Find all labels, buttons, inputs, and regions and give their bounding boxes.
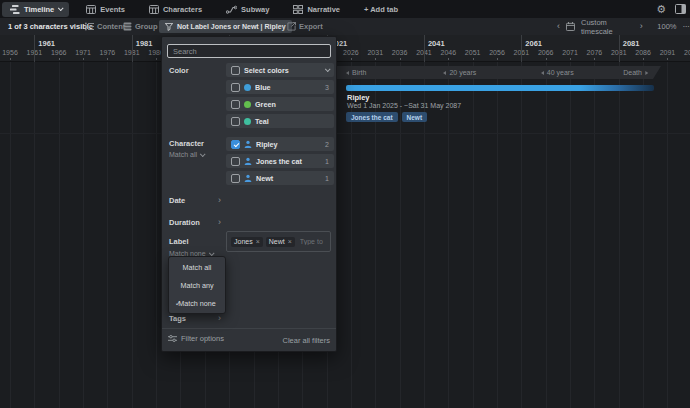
count-badge: 1	[325, 158, 329, 165]
export-button[interactable]: Export	[287, 22, 323, 31]
minor-year-label: 1976	[100, 49, 116, 56]
major-tick-line	[521, 35, 522, 62]
duration-section-row[interactable]: Duration ›	[169, 217, 221, 227]
minor-tick	[667, 58, 668, 60]
dropdown-item-match-none[interactable]: ✓Match none	[169, 295, 225, 313]
gridline	[10, 62, 11, 408]
gridline	[497, 62, 498, 408]
checkbox[interactable]	[231, 140, 240, 149]
checkbox[interactable]	[231, 83, 240, 92]
label-chip-jones[interactable]: Jones×	[231, 237, 263, 247]
minor-year-label: 2066	[538, 49, 554, 56]
minor-year-label: 2031	[367, 49, 383, 56]
gridline	[34, 62, 35, 408]
event-title: Ripley	[347, 93, 370, 102]
clear-all-filters-button[interactable]: Clear all filters	[282, 336, 330, 345]
sidebar-toggle-icon[interactable]	[675, 4, 686, 14]
table-icon	[149, 5, 159, 14]
dropdown-item-match-all[interactable]: Match all	[169, 259, 225, 277]
color-option-green[interactable]: Green	[226, 97, 334, 111]
filter-options-button[interactable]: Filter options	[168, 334, 224, 343]
minor-tick	[546, 58, 547, 60]
calendar-icon	[566, 22, 575, 31]
minor-tick	[594, 58, 595, 60]
color-option-teal[interactable]: Teal	[226, 114, 334, 128]
gridline	[570, 62, 571, 408]
character-option-newt[interactable]: Newt1	[226, 171, 334, 185]
active-filter-button[interactable]: Not Label Jones or Newt | Ripley	[159, 20, 292, 33]
ripley-lifespan-bar[interactable]	[346, 85, 654, 91]
stack-icon	[123, 22, 132, 31]
color-section-label: Color	[169, 66, 189, 75]
gridline	[546, 62, 547, 408]
gridline	[521, 62, 522, 408]
timescale-next-icon[interactable]: ›	[640, 22, 643, 31]
character-option-ripley[interactable]: Ripley2	[226, 137, 334, 151]
character-match-mode[interactable]: Match all	[169, 151, 204, 158]
label-chip-newt[interactable]: Newt×	[266, 237, 295, 247]
event-label-chip: Newt	[402, 112, 428, 122]
minor-year-label: 2056	[489, 49, 505, 56]
filter-popup: Color Select colorsBlue3GreenTeal Charac…	[161, 36, 337, 352]
band-marker-40-years: 40 years	[541, 66, 574, 79]
band-marker-death: Death	[623, 66, 648, 79]
band-marker-birth: Birth	[346, 66, 366, 79]
character-option-jones-the-cat[interactable]: Jones the cat1	[226, 154, 334, 168]
tags-section-row[interactable]: Tags ›	[169, 313, 221, 323]
add-tab-button[interactable]: + Add tab	[357, 2, 405, 17]
event-date-range: Wed 1 Jan 2025 - ~Sat 31 May 2087	[347, 102, 461, 109]
search-input[interactable]	[167, 44, 331, 58]
content-button[interactable]: Content	[85, 22, 125, 31]
minor-tick	[570, 58, 571, 60]
character-section-label: Character	[169, 139, 204, 148]
settings-gear-icon[interactable]: ⚙	[656, 4, 666, 15]
checkbox[interactable]	[231, 100, 240, 109]
gridline	[107, 62, 108, 408]
marker-arrow-icon	[541, 71, 544, 75]
chevron-right-icon: ›	[218, 313, 221, 323]
checkbox[interactable]	[231, 66, 240, 75]
remove-chip-icon[interactable]: ×	[256, 238, 260, 245]
checkbox[interactable]	[231, 174, 240, 183]
checkbox[interactable]	[231, 157, 240, 166]
tab-narrative[interactable]: Narrative	[286, 2, 347, 17]
major-year-label: 2041	[428, 39, 445, 48]
color-option-blue[interactable]: Blue3	[226, 80, 334, 94]
label-type-input[interactable]	[298, 237, 326, 246]
zoom-level[interactable]: 100%	[657, 22, 676, 31]
tab-timeline[interactable]: Timeline	[2, 2, 69, 17]
tab-characters[interactable]: Characters	[142, 2, 209, 17]
more-options-icon[interactable]: ⋯	[683, 22, 690, 31]
chevron-right-icon: ›	[218, 217, 221, 227]
timescale-prev-icon[interactable]: ‹	[557, 22, 560, 31]
timeline-canvas: Birth20 years40 yearsDeath Ripley Wed 1 …	[0, 62, 690, 408]
minor-year-label: 2026	[343, 49, 359, 56]
gridline	[667, 62, 668, 408]
tab-subway[interactable]: Subway	[219, 2, 276, 17]
gridline	[448, 62, 449, 408]
label-chip-input[interactable]: Jones×Newt×	[226, 231, 331, 252]
gridline	[83, 62, 84, 408]
gridline	[59, 62, 60, 408]
major-year-label: 1981	[136, 39, 153, 48]
gridline	[594, 62, 595, 408]
dropdown-item-match-any[interactable]: Match any	[169, 277, 225, 295]
match-mode-dropdown: Match allMatch any✓Match none	[168, 256, 226, 314]
color-dot-icon	[244, 118, 251, 125]
sliders-icon	[168, 334, 177, 343]
count-badge: 2	[325, 141, 329, 148]
timescale-label[interactable]: Custom timescale	[581, 18, 634, 36]
date-section-row[interactable]: Date ›	[169, 195, 221, 205]
minor-year-label: 2091	[660, 49, 676, 56]
tab-events[interactable]: Events	[79, 2, 132, 17]
minor-tick	[351, 58, 352, 60]
group-button[interactable]: Group	[123, 22, 158, 31]
minor-tick	[375, 58, 376, 60]
select-colors-row[interactable]: Select colors	[226, 63, 334, 77]
checkbox[interactable]	[231, 117, 240, 126]
toolbar: 1 of 3 characters visible Content Group …	[0, 18, 690, 35]
minor-tick	[156, 58, 157, 60]
major-year-label: 2081	[623, 39, 640, 48]
user-icon	[244, 140, 252, 148]
remove-chip-icon[interactable]: ×	[288, 238, 292, 245]
